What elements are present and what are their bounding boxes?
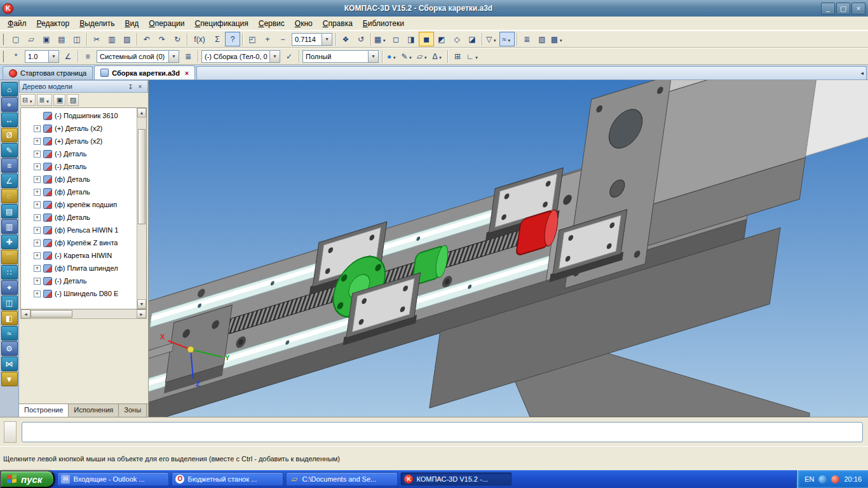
- tree-item[interactable]: +(+) Деталь (x2): [21, 122, 137, 135]
- variables-button[interactable]: f(x): [189, 32, 210, 46]
- caret-icon[interactable]: [368, 51, 378, 62]
- expand-icon[interactable]: +: [34, 227, 41, 234]
- tree-item[interactable]: +(ф) Деталь: [21, 186, 137, 198]
- wireframe-button[interactable]: ◻: [388, 32, 403, 46]
- ortho-button[interactable]: ∟: [465, 49, 480, 64]
- scroll-track[interactable]: [137, 118, 146, 299]
- pin-icon[interactable]: ↧: [126, 83, 135, 90]
- tree-item[interactable]: +(ф) Крепёж Z винта: [21, 236, 137, 249]
- minimize-button[interactable]: _: [821, 3, 835, 15]
- menu-service[interactable]: Сервис: [254, 17, 290, 30]
- expand-icon[interactable]: +: [34, 176, 41, 183]
- tree-horizontal-scrollbar[interactable]: ◄ ►: [20, 309, 147, 319]
- component-check-button[interactable]: ✓: [281, 49, 297, 64]
- display-mode-combo[interactable]: Полный: [302, 50, 379, 63]
- expand-icon[interactable]: +: [34, 252, 41, 259]
- selection-button[interactable]: ◌: [1, 189, 18, 203]
- equations-button[interactable]: Σ: [210, 32, 225, 46]
- taskbar-task-browser[interactable]: O Бюджетный станок ...: [172, 472, 283, 486]
- tree-item[interactable]: (-) Подшипник 3610: [21, 109, 137, 122]
- hidden-lines-button[interactable]: ◨: [403, 32, 419, 46]
- redo-button[interactable]: ↷: [154, 32, 170, 46]
- expand-icon[interactable]: +: [34, 290, 41, 297]
- expand-icon[interactable]: +: [34, 240, 41, 247]
- taskbar-task-kompas[interactable]: K КОМПАС-3D V15.2 -...: [400, 472, 512, 486]
- 3d-viewport[interactable]: X Y Z: [149, 80, 868, 417]
- scroll-track[interactable]: [72, 309, 137, 318]
- construction-button[interactable]: ✚: [1, 234, 18, 249]
- layer-list-button[interactable]: ≣: [180, 49, 196, 64]
- paste-button[interactable]: ▨: [119, 32, 135, 46]
- tree-item[interactable]: +(-) Деталь: [21, 274, 137, 287]
- grid-button[interactable]: ⊞: [450, 49, 465, 64]
- zoom-scale-combo[interactable]: 0.7114: [292, 33, 332, 46]
- tree-item[interactable]: +(ф) Плита шпиндел: [21, 262, 137, 274]
- standard-panel-button[interactable]: ⌂: [1, 82, 18, 97]
- tab-zones[interactable]: Зоны: [119, 404, 147, 417]
- start-button[interactable]: пуск: [0, 470, 55, 488]
- clock[interactable]: 20:16: [844, 475, 862, 483]
- menu-view[interactable]: Вид: [120, 17, 144, 30]
- filters-panel-button[interactable]: ▼: [1, 372, 18, 386]
- tree-item[interactable]: +(ф) крепёж подшип: [21, 198, 137, 211]
- new-document-button[interactable]: ▢: [8, 32, 24, 46]
- expand-icon[interactable]: +: [34, 125, 41, 132]
- tray-app-icon[interactable]: [818, 475, 827, 484]
- shaded-edges-button[interactable]: ◩: [434, 32, 449, 46]
- additional-button[interactable]: ▨: [67, 94, 79, 106]
- caret-icon[interactable]: [168, 51, 179, 62]
- open-folder-button[interactable]: ▱: [24, 32, 39, 46]
- panel-close-icon[interactable]: ×: [135, 83, 145, 90]
- expand-icon[interactable]: +: [34, 278, 41, 285]
- expand-icon[interactable]: +: [34, 138, 41, 145]
- expand-icon[interactable]: +: [34, 151, 41, 158]
- close-button[interactable]: ×: [851, 3, 865, 15]
- tray-app-icon[interactable]: [831, 475, 839, 484]
- tab-scroll-icon[interactable]: ◂: [860, 70, 864, 76]
- pan-button[interactable]: ❖: [338, 32, 353, 46]
- layers-button[interactable]: ≡: [80, 49, 95, 64]
- tree-item[interactable]: +(ф) Рельса HIWIN 1: [21, 224, 137, 236]
- component-combo[interactable]: (-) Сборка (Тел-0, 0: [201, 50, 280, 63]
- step-combo[interactable]: 1.0: [25, 50, 59, 63]
- measure-button[interactable]: ∠: [1, 173, 18, 188]
- menu-help[interactable]: Справка: [318, 17, 358, 30]
- auxiliary-button[interactable]: ✦: [1, 280, 18, 295]
- layer-combo[interactable]: Системный слой (0): [97, 50, 179, 63]
- scroll-thumb[interactable]: [138, 129, 146, 224]
- macros-button[interactable]: ▩: [550, 32, 565, 46]
- library-manager-button[interactable]: ▧: [534, 32, 550, 46]
- draw-mode-button[interactable]: ✎: [400, 49, 415, 64]
- tree-item[interactable]: +(-) Деталь: [21, 160, 137, 173]
- tab-versions[interactable]: Исполнения: [69, 404, 119, 417]
- parameterization-button[interactable]: ≡: [1, 158, 18, 173]
- expand-icon[interactable]: +: [34, 163, 41, 170]
- taskbar-task-explorer[interactable]: ▱ C:\Documents and Se...: [286, 472, 398, 486]
- planes-button[interactable]: ▱: [415, 49, 430, 64]
- scroll-down-icon[interactable]: ▼: [137, 299, 146, 309]
- tree-item[interactable]: +(-) Каретка HIWIN: [21, 249, 137, 262]
- menu-specification[interactable]: Спецификация: [189, 17, 253, 30]
- property-panel-buttons[interactable]: [4, 421, 17, 443]
- angle-snap-button[interactable]: ∠: [60, 49, 76, 64]
- print-button[interactable]: ▤: [54, 32, 69, 46]
- cut-button[interactable]: ✂: [89, 32, 104, 46]
- tree-item[interactable]: +(+) Деталь (x2): [21, 135, 137, 147]
- editing-button[interactable]: ✎: [1, 143, 18, 158]
- rebuild-button[interactable]: ↻: [170, 32, 185, 46]
- expand-icon[interactable]: +: [34, 189, 41, 196]
- scroll-up-icon[interactable]: ▲: [137, 108, 146, 118]
- geometry-button[interactable]: ⌖: [1, 97, 18, 112]
- scroll-thumb[interactable]: [31, 310, 72, 318]
- save-button[interactable]: ▣: [39, 32, 54, 46]
- menu-select[interactable]: Выделить: [74, 17, 119, 30]
- tab-close-icon[interactable]: ×: [185, 69, 189, 77]
- simplifications-button[interactable]: ▽: [484, 32, 499, 46]
- components-button[interactable]: ⚙: [1, 341, 18, 356]
- caret-icon[interactable]: [322, 34, 332, 45]
- tree-structure-button[interactable]: ⊟: [20, 94, 36, 106]
- taskbar-task-outlook[interactable]: ✉ Входящие - Outlook ...: [57, 472, 169, 486]
- rotate-view-button[interactable]: ↺: [353, 32, 369, 46]
- designations-button[interactable]: Ø: [1, 128, 18, 142]
- menu-window[interactable]: Окно: [290, 17, 318, 30]
